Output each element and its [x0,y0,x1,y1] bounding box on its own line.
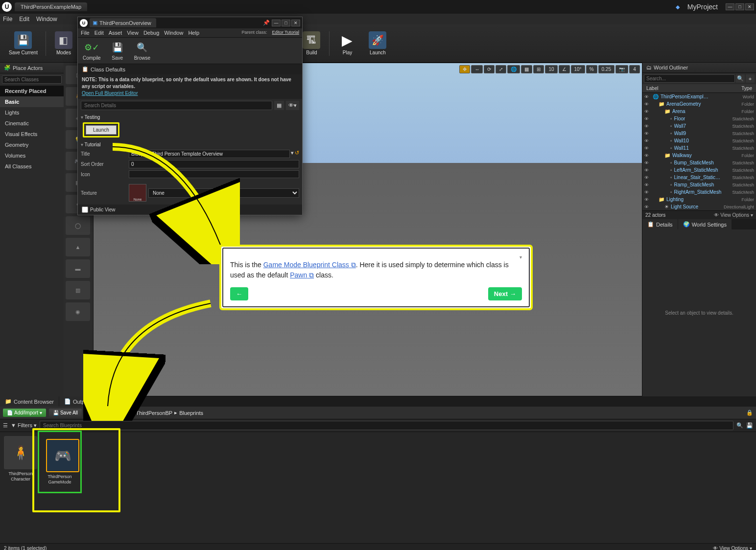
lock-icon[interactable]: 🔒 [746,410,753,416]
content-browser-tab[interactable]: 📁 Content Browser [0,396,59,407]
bp-maximize[interactable]: □ [282,20,290,26]
vp-grid-value[interactable]: 10 [545,65,557,73]
bp-texture-select[interactable]: None [148,188,299,198]
cat-volumes[interactable]: Volumes [0,150,64,161]
bp-menu-window[interactable]: Window [164,30,183,36]
bp-menu-asset[interactable]: Asset [109,30,122,36]
tutorial-next-button[interactable]: Next → [488,287,522,300]
search-icon[interactable]: 🔍 [736,422,743,429]
outliner-row[interactable]: 👁▫Linear_Stair_StaticMeshStaticMesh [642,174,756,181]
cat-visual-effects[interactable]: Visual Effects [0,129,64,139]
vp-translate[interactable]: ↔ [471,65,483,73]
outliner-col-type[interactable]: Type [741,86,752,91]
vp-camera-value[interactable]: 4 [629,65,640,73]
bp-title-dropdown[interactable]: ▾ [291,150,294,158]
level-tab[interactable]: ThirdPersonExampleMap [15,2,87,11]
save-current-button[interactable]: 💾Save Current [4,29,43,57]
output-log-tab[interactable]: 📄 Output Log [59,396,104,407]
outliner-row[interactable]: 👁▫Bump_StaticMeshStaticMesh [642,159,756,166]
bp-menu-view[interactable]: View [127,30,139,36]
content-search[interactable] [40,421,733,430]
bp-cat-testing[interactable]: Testing [81,113,299,121]
vp-scale[interactable]: ⤢ [496,65,506,73]
save-all-button[interactable]: 💾 Save All [49,409,82,417]
tut-link-pawn[interactable]: Pawn ⧉ [290,271,314,279]
bp-menu-file[interactable]: File [81,30,90,36]
tutorial-back-button[interactable]: ← [230,287,248,300]
obj-sphere2[interactable]: ◉ [66,302,90,321]
outliner-row[interactable]: 👁📁LightingFolder [642,196,756,203]
bp-public-view-check[interactable] [82,206,88,213]
outliner-row[interactable]: 👁▫LeftArm_StaticMeshStaticMesh [642,166,756,174]
world-settings-tab[interactable]: 🌍 World Settings [678,219,732,229]
bp-title-field[interactable] [129,150,290,158]
outliner-add-folder[interactable]: + [746,74,755,83]
tut-more-icon[interactable]: ▾ [230,254,522,260]
details-tab[interactable]: 📋 Details [642,219,678,229]
vp-scale-snap[interactable]: % [586,65,597,73]
bp-compile-button[interactable]: ⚙✓Compile [80,40,104,62]
outliner-row[interactable]: 👁▫Wall7StaticMesh [642,122,756,130]
bp-icon-field[interactable] [129,170,299,178]
bp-detail-matrix-icon[interactable]: ▦ [274,101,284,110]
outliner-row[interactable]: 👁▫Wall9StaticMesh [642,130,756,137]
obj-cube2[interactable]: ▥ [66,281,90,299]
outliner-row[interactable]: 👁📁ArenaGeometryFolder [642,100,756,108]
nav-fwd[interactable]: → [93,410,98,416]
crumb-content[interactable]: Content [110,410,129,416]
bp-close[interactable]: ✕ [291,20,300,26]
vp-grid-snap[interactable]: ⊞ [533,65,544,73]
vp-world-local[interactable]: 🌐 [507,65,520,73]
bp-cat-tutorial[interactable]: Tutorial [81,140,299,149]
bp-details-search[interactable] [81,101,272,110]
obj-cylinder[interactable]: ◯ [66,216,90,235]
maximize-button[interactable]: □ [735,3,744,10]
content-view-options[interactable]: 👁 View Options ▾ [713,546,752,550]
outliner-row[interactable]: 👁🌐ThirdPersonExampleMapWorld [642,93,756,100]
vp-angle-snap[interactable]: ∠ [559,65,570,73]
bp-menu-help[interactable]: Help [188,30,199,36]
outliner-search-btn[interactable]: 🔍 [736,74,745,83]
crumb-thirdpersonbp[interactable]: ThirdPersonBP [136,410,173,416]
bp-texture-thumb[interactable]: None [129,184,146,202]
filter-tree-icon[interactable]: ☰ [3,422,8,429]
menu-file[interactable]: File [3,16,12,23]
bp-minimize[interactable]: — [272,20,281,26]
cat-all-classes[interactable]: All Classes [0,161,64,172]
cat-lights[interactable]: Lights [0,107,64,118]
bp-class-defaults-tab[interactable]: 📋 Class Defaults [78,64,302,74]
vp-camera-speed[interactable]: 📷 [615,65,628,73]
asset-thirdperson-gamemode[interactable]: 🎮 ThirdPerson GameMode [43,436,76,488]
cat-basic[interactable]: Basic [0,96,64,107]
obj-cone[interactable]: ▲ [66,238,90,256]
launch-button[interactable]: 🚀Launch [363,29,392,57]
bp-menu-edit[interactable]: Edit [94,30,104,36]
outliner-row[interactable]: 👁▫Ramp_StaticMeshStaticMesh [642,181,756,188]
play-button[interactable]: ▶Play [332,29,362,57]
bp-browse-button[interactable]: 🔍Browse [131,40,153,62]
outliner-row[interactable]: 👁▫Wall10StaticMesh [642,137,756,144]
place-actors-search[interactable] [2,75,62,84]
menu-edit[interactable]: Edit [19,16,29,23]
bp-detail-eye-icon[interactable]: 👁▾ [286,101,299,110]
outliner-col-label[interactable]: Label [646,86,658,91]
cat-cinematic[interactable]: Cinematic [0,118,64,129]
nav-back[interactable]: ← [85,410,90,416]
filter-save-icon[interactable]: 💾 [746,422,753,429]
minimize-button[interactable]: — [726,3,734,10]
vp-angle-value[interactable]: 10° [571,65,585,73]
bp-pin-icon[interactable]: 📌 [263,20,270,26]
close-button[interactable]: ✕ [745,3,754,10]
filters-button[interactable]: ▼ Filters ▾ [11,422,37,429]
outliner-row[interactable]: 👁▫Wall11StaticMesh [642,144,756,152]
vp-select-mode[interactable]: ✥ [459,65,470,73]
bp-menu-debug[interactable]: Debug [143,30,159,36]
outliner-row[interactable]: 👁▫RightArm_StaticMeshStaticMesh [642,188,756,196]
outliner-row[interactable]: 👁📁ArenaFolder [642,108,756,115]
blueprint-editor-window[interactable]: U ▣ ThirdPersonOverview 📌 — □ ✕ File Edi… [77,17,303,215]
vp-rotate[interactable]: ⟳ [484,65,495,73]
bp-open-full-link[interactable]: Open Full Blueprint Editor [82,91,138,96]
bp-launch-button[interactable]: Launch [86,125,117,135]
asset-thirdperson-character[interactable]: 🧍 ThirdPerson Character [4,436,37,482]
outliner-search[interactable] [644,74,735,83]
